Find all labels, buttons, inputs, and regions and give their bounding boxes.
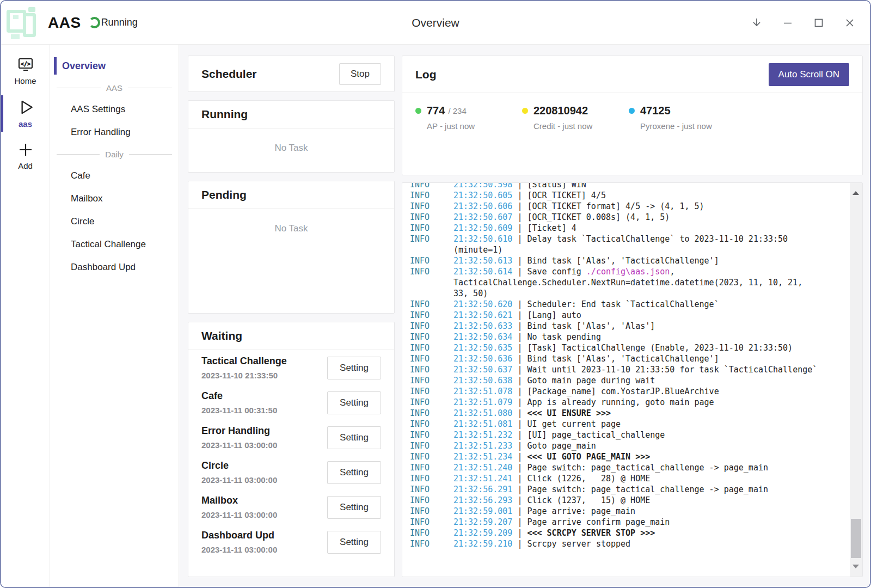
log-separator: | xyxy=(512,191,527,200)
task-setting-button[interactable]: Setting xyxy=(327,357,381,379)
log-level: INFO xyxy=(410,506,453,517)
log-timestamp: 21:32:50.637 xyxy=(453,365,512,375)
rail-item-home[interactable]: </> Home xyxy=(1,56,50,85)
hide-to-tray-button[interactable] xyxy=(750,16,764,30)
log-level: INFO xyxy=(410,255,453,266)
scroll-down-arrow-icon[interactable] xyxy=(852,565,859,568)
stat-top: 774/ 234 xyxy=(415,105,522,117)
log-separator: | xyxy=(512,343,527,353)
log-timestamp: 21:32:50.607 xyxy=(453,212,512,222)
log-level: INFO xyxy=(410,528,453,538)
rail-item-aas[interactable]: aas xyxy=(1,97,50,128)
nav-item-tactical-challenge[interactable]: Tactical Challenge xyxy=(50,233,179,256)
stat-label: Credit - just now xyxy=(533,121,629,131)
maximize-button[interactable] xyxy=(812,16,826,30)
log-message: Page arrive: page_main xyxy=(527,506,635,516)
log-level: INFO xyxy=(410,473,453,484)
log-level: INFO xyxy=(410,484,453,495)
play-icon xyxy=(16,97,35,117)
log-timestamp: 21:32:59.209 xyxy=(453,528,512,538)
stat-label: AP - just now xyxy=(427,121,522,131)
log-timestamp: 21:32:51.241 xyxy=(453,474,512,483)
plus-icon xyxy=(16,140,35,159)
scheduler-status-label: Running xyxy=(101,17,138,28)
waiting-task-row: Cafe2023-11-11 00:31:50Setting xyxy=(188,385,394,420)
nav-item-circle[interactable]: Circle xyxy=(50,210,179,233)
log-separator: | xyxy=(512,299,527,309)
nav-section-divider: AAS xyxy=(50,77,179,98)
auto-scroll-toggle-button[interactable]: Auto Scroll ON xyxy=(769,63,849,86)
close-icon xyxy=(843,16,856,29)
log-timestamp: 21:32:50.638 xyxy=(453,376,512,385)
log-level: INFO xyxy=(410,419,453,430)
log-separator: | xyxy=(512,441,527,451)
running-card: Running No Task xyxy=(188,100,395,173)
stat-value: 774 xyxy=(427,105,445,117)
log-message: [OCR_TICKET format] 4/5 -> (4, 1, 5) xyxy=(527,201,704,211)
log-stats: 774/ 234AP - just now220810942Credit - j… xyxy=(402,93,862,142)
log-timestamp: 21:32:50.636 xyxy=(453,354,512,364)
log-line: INFO21:32:51.080 | <<< UI ENSURE >>> xyxy=(410,408,847,419)
log-separator: | xyxy=(512,397,527,407)
log-level: INFO xyxy=(410,462,453,473)
log-message: [OCR_TICKET] 4/5 xyxy=(527,191,606,200)
rail-item-add[interactable]: Add xyxy=(1,140,50,170)
log-separator: | xyxy=(512,256,527,266)
waiting-task-list: Tactical Challenge2023-11-10 21:33:50Set… xyxy=(188,350,394,559)
nav-item-overview[interactable]: Overview xyxy=(50,54,179,77)
task-info: Mailbox2023-11-11 03:00:00 xyxy=(201,495,277,519)
log-line: INFO21:32:50.633 | Bind task ['Alas', 'A… xyxy=(410,321,847,332)
task-setting-button[interactable]: Setting xyxy=(327,531,381,554)
log-message: Bind task ['Alas', 'TacticalChallenge'] xyxy=(527,256,719,266)
nav-item-cafe[interactable]: Cafe xyxy=(50,164,179,187)
log-timestamp: 21:32:51.080 xyxy=(453,408,512,418)
nav-item-aas-settings[interactable]: AAS Settings xyxy=(50,98,179,121)
task-next-run: 2023-11-11 03:00:00 xyxy=(201,545,277,554)
minimize-button[interactable] xyxy=(781,16,795,30)
log-timestamp: 21:32:50.620 xyxy=(453,299,512,309)
log-line: INFO21:32:51.078 | [Package_name] com.Yo… xyxy=(410,386,847,397)
log-separator: | xyxy=(512,201,527,211)
task-name: Error Handling xyxy=(201,425,277,437)
nav-item-dashboard-upd[interactable]: Dashboard Upd xyxy=(50,256,179,279)
log-timestamp: 21:32:50.621 xyxy=(453,310,512,320)
log-level: INFO xyxy=(410,386,453,397)
waiting-task-row: Dashboard Upd2023-11-11 03:00:00Setting xyxy=(188,524,394,559)
log-timestamp: 21:32:50.635 xyxy=(453,343,512,353)
log-line: INFO21:32:51.241 | Click (1226, 28) @ HO… xyxy=(410,473,847,484)
nav-item-error-handling[interactable]: Error Handling xyxy=(50,121,179,144)
scroll-up-arrow-icon[interactable] xyxy=(852,191,859,195)
task-setting-button[interactable]: Setting xyxy=(327,461,381,484)
log-separator: | xyxy=(512,430,527,440)
log-view-card: INFO21:32:50.598 | [Status] WININFO21:32… xyxy=(402,182,863,577)
log-separator: | xyxy=(512,528,527,538)
close-button[interactable] xyxy=(843,16,857,30)
log-timestamp: 21:32:50.609 xyxy=(453,223,512,233)
log-line: INFO21:32:50.636 | Bind task ['Alas', 'T… xyxy=(410,353,847,364)
log-line: TacticalChallenge.Scheduler.NextRun=date… xyxy=(410,277,847,288)
task-setting-button[interactable]: Setting xyxy=(327,391,381,414)
log-scrollbar[interactable] xyxy=(850,183,862,577)
log-separator: | xyxy=(512,310,527,320)
log-line: INFO21:32:50.607 | [OCR_TICKET 0.008s] (… xyxy=(410,212,847,223)
log-message: [Package_name] com.YostarJP.BlueArchive xyxy=(527,387,719,396)
task-setting-button[interactable]: Setting xyxy=(327,426,381,449)
scrollbar-thumb[interactable] xyxy=(851,519,861,558)
log-separator: | xyxy=(512,419,527,429)
scheduler-stop-button[interactable]: Stop xyxy=(339,63,381,85)
log-stat: 47125Pyroxene - just now xyxy=(629,105,735,131)
log-separator: | xyxy=(512,474,527,483)
log-timestamp: 21:32:50.610 xyxy=(453,234,512,244)
log-line: INFO21:32:50.637 | Wait until 2023-11-10… xyxy=(410,364,847,375)
nav-section-label: Daily xyxy=(105,150,123,159)
log-level: INFO xyxy=(410,266,453,277)
task-setting-button[interactable]: Setting xyxy=(327,496,381,519)
nav-section-label: AAS xyxy=(106,83,122,93)
nav-item-mailbox[interactable]: Mailbox xyxy=(50,187,179,210)
log-header-card: Log Auto Scroll ON 774/ 234AP - just now… xyxy=(402,56,863,175)
log-line: INFO21:32:50.621 | [Lang] auto xyxy=(410,310,847,321)
stat-suffix: / 234 xyxy=(448,106,466,115)
task-info: Dashboard Upd2023-11-11 03:00:00 xyxy=(201,530,277,554)
log-level: INFO xyxy=(410,310,453,321)
running-empty-label: No Task xyxy=(188,128,394,154)
